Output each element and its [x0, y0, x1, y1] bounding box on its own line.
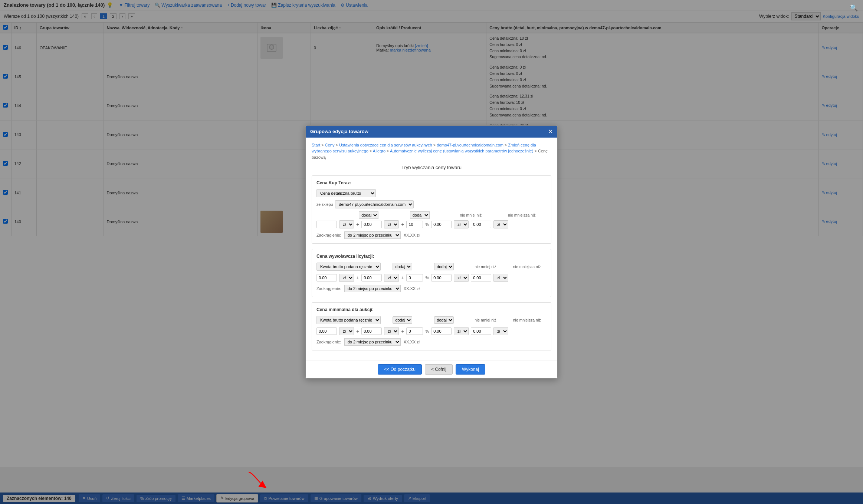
breadcrumb-ceny[interactable]: Ceny	[325, 143, 335, 147]
modal-body: Start > Ceny > Ustawienia dotyczące cen …	[306, 138, 557, 360]
auction-field4[interactable]	[431, 274, 452, 281]
col4-label: nie mniejsza niż	[497, 213, 547, 217]
auction-values-row: zł + zł + % zł zł	[316, 274, 547, 282]
auction-field3[interactable]	[406, 274, 423, 281]
execute-btn[interactable]: Wykonaj	[456, 364, 485, 375]
rounding-format1: XX.XX zł	[404, 233, 420, 237]
min-field3[interactable]	[406, 327, 423, 335]
buy-now-col-headers: dodaj dodaj nie mniej niż nie mniejsza n…	[316, 211, 547, 219]
min-unit4[interactable]: zł	[493, 327, 508, 335]
plus6: +	[401, 328, 404, 334]
min-rounding: Zaokrąglenie: do 2 miejsc po przecinku X…	[316, 338, 547, 346]
plus5: +	[356, 328, 359, 334]
auction-col1-op[interactable]: dodaj	[393, 263, 412, 270]
buy-now-shop-row: ze sklepu demo47-pl.yourtechnicaldomain.…	[316, 200, 547, 208]
breadcrumb-ustawienia[interactable]: Ustawienia dotyczące cen dla serwisów au…	[339, 143, 432, 147]
col1-op-select[interactable]: dodaj	[359, 211, 378, 219]
plus3: +	[356, 275, 359, 281]
auction-col3: nie mniej niż	[466, 264, 505, 269]
plus2: +	[401, 221, 404, 227]
min-field5[interactable]	[471, 327, 491, 335]
auction-rounding: Zaokrąglenie: do 2 miejsc po przecinku X…	[316, 285, 547, 292]
min-field1[interactable]	[316, 327, 337, 335]
min-field4[interactable]	[431, 327, 452, 335]
buy-now-section: Cena Kup Teraz: Cena detaliczna brutto z…	[312, 175, 551, 244]
col2-op-select[interactable]: dodaj	[410, 211, 430, 219]
breadcrumb-domain[interactable]: demo47-pl.yourtechnicaldomain.com	[437, 143, 503, 147]
buy-now-title: Cena Kup Teraz:	[316, 180, 547, 185]
modal-header: Grupowa edycja towarów ✕	[306, 126, 557, 138]
min-unit3[interactable]: zł	[454, 327, 469, 335]
pct-unit: %	[425, 222, 429, 227]
plus4: +	[401, 275, 404, 281]
breadcrumb: Start > Ceny > Ustawienia dotyczące cen …	[312, 142, 551, 161]
auction-unit2[interactable]: zł	[384, 274, 399, 282]
modal-close-btn[interactable]: ✕	[548, 129, 553, 135]
modal-footer: << Od początku < Cofnij Wykonaj	[306, 360, 557, 378]
auction-source-row: Kwota brutto podana ręcznie dodaj dodaj …	[316, 263, 547, 271]
min-auction-values-row: zł + zł + % zł zł	[316, 327, 547, 335]
rounding-label2: Zaokrąglenie:	[316, 286, 341, 291]
buy-now-unit3[interactable]: zł	[454, 220, 469, 228]
top-search-icon[interactable]: 🔍	[850, 4, 858, 12]
pct-unit3: %	[425, 329, 429, 333]
shop-select[interactable]: demo47-pl.yourtechnicaldomain.com	[335, 200, 414, 208]
min-col4: nie mniejsza niż	[507, 318, 547, 322]
breadcrumb-start[interactable]: Start	[312, 143, 320, 147]
buy-now-source-row: Cena detaliczna brutto	[316, 189, 547, 197]
min-col2-op[interactable]: dodaj	[434, 316, 454, 324]
min-unit1[interactable]: zł	[339, 327, 354, 335]
buy-now-field1[interactable]	[316, 221, 337, 228]
min-unit2[interactable]: zł	[384, 327, 399, 335]
back-start-btn[interactable]: << Od początku	[378, 364, 422, 375]
buy-now-field5[interactable]	[471, 221, 491, 228]
modal-overlay[interactable]: Grupowa edycja towarów ✕ Start > Ceny > …	[0, 0, 863, 467]
buy-now-values-row: zł + zł + % zł zł	[316, 220, 547, 228]
auction-field5[interactable]	[471, 274, 491, 281]
auction-unit1[interactable]: zł	[339, 274, 354, 282]
min-auction-title: Cena minimalna dla aukcji:	[316, 307, 547, 312]
buy-now-source-select[interactable]: Cena detaliczna brutto	[316, 189, 376, 197]
back-btn[interactable]: < Cofnij	[425, 364, 453, 375]
rounding-format3: XX.XX zł	[404, 340, 420, 344]
min-col3: nie mniej niż	[466, 318, 505, 322]
min-col1-op[interactable]: dodaj	[393, 316, 412, 324]
from-shop-label: ze sklepu	[316, 202, 333, 207]
rounding-label1: Zaokrąglenie:	[316, 233, 341, 237]
buy-now-field3[interactable]	[406, 221, 423, 228]
rounding-label3: Zaokrąglenie:	[316, 340, 341, 344]
auction-col2-op[interactable]: dodaj	[434, 263, 454, 270]
rounding-select2[interactable]: do 2 miejsc po przecinku	[344, 285, 401, 292]
auction-unit4[interactable]: zł	[493, 274, 508, 282]
pct-unit2: %	[425, 276, 429, 280]
col3-label: nie mniej niż	[446, 213, 496, 217]
breadcrumb-auto[interactable]: Automatycznie wyliczaj cenę (ustawiania …	[390, 149, 533, 153]
rounding-select3[interactable]: do 2 miejsc po przecinku	[344, 338, 401, 346]
auction-col4: nie mniejsza niż	[507, 264, 547, 269]
buy-now-field4[interactable]	[431, 221, 452, 228]
auction-field2[interactable]	[361, 274, 382, 281]
auction-title: Cena wywoławcza licytacji:	[316, 254, 547, 259]
rounding-select1[interactable]: do 2 miejsc po przecinku	[344, 231, 401, 239]
rounding-format2: XX.XX zł	[404, 286, 420, 291]
min-auction-section: Cena minimalna dla aukcji: Kwota brutto …	[312, 302, 551, 350]
min-auction-source-select[interactable]: Kwota brutto podana ręcznie	[316, 316, 381, 324]
buy-now-field2[interactable]	[361, 221, 382, 228]
auction-source-select[interactable]: Kwota brutto podana ręcznie	[316, 263, 381, 271]
breadcrumb-allegro[interactable]: Allegro	[373, 149, 385, 153]
modal-dialog: Grupowa edycja towarów ✕ Start > Ceny > …	[305, 125, 558, 379]
min-auction-source-row: Kwota brutto podana ręcznie dodaj dodaj …	[316, 316, 547, 324]
plus1: +	[356, 221, 359, 227]
auction-unit3[interactable]: zł	[454, 274, 469, 282]
buy-now-unit2[interactable]: zł	[384, 220, 399, 228]
buy-now-rounding: Zaokrąglenie: do 2 miejsc po przecinku X…	[316, 231, 547, 239]
buy-now-unit4[interactable]: zł	[493, 220, 508, 228]
auction-field1[interactable]	[316, 274, 337, 281]
min-field2[interactable]	[361, 327, 382, 335]
auction-section: Cena wywoławcza licytacji: Kwota brutto …	[312, 249, 551, 297]
buy-now-unit1[interactable]: zł	[339, 220, 354, 228]
section-title: Tryb wyliczania ceny towaru	[312, 165, 551, 170]
modal-title: Grupowa edycja towarów	[310, 129, 368, 134]
